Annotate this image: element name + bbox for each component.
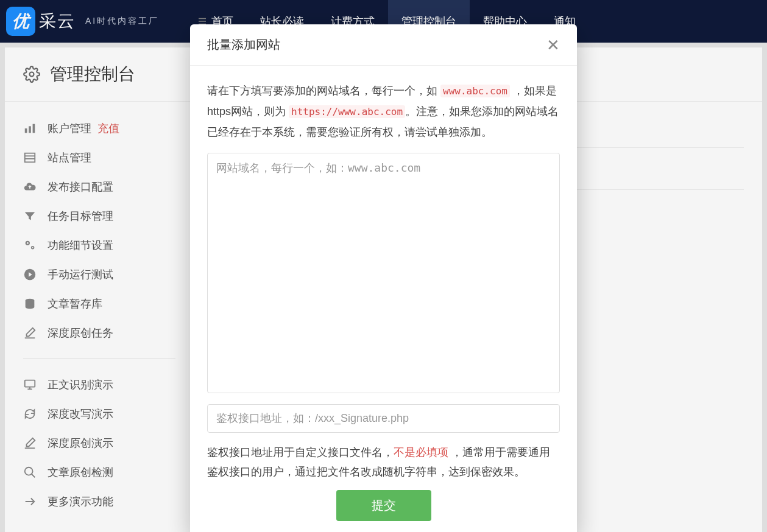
- note-optional: 不是必填项: [394, 446, 448, 458]
- auth-note: 鉴权接口地址用于自定义接口文件名，不是必填项 ，通常用于需要通用鉴权接口的用户，…: [207, 443, 560, 482]
- submit-button[interactable]: 提交: [336, 490, 431, 521]
- code-example-1: www.abc.com: [440, 85, 510, 97]
- auth-url-input[interactable]: [207, 404, 560, 433]
- domains-textarea[interactable]: [207, 153, 560, 393]
- batch-add-modal: 批量添加网站 ✕ 请在下方填写要添加的网站域名，每行一个，如 www.abc.c…: [190, 24, 577, 532]
- modal-header: 批量添加网站 ✕: [190, 24, 577, 66]
- modal-overlay: 批量添加网站 ✕ 请在下方填写要添加的网站域名，每行一个，如 www.abc.c…: [0, 0, 767, 532]
- modal-body: 请在下方填写要添加的网站域名，每行一个，如 www.abc.com ，如果是ht…: [190, 66, 577, 532]
- inst-text-1: 请在下方填写要添加的网站域名，每行一个，如: [207, 85, 440, 97]
- close-icon[interactable]: ✕: [546, 37, 560, 53]
- modal-title: 批量添加网站: [207, 37, 280, 53]
- code-example-2: https://www.abc.com: [289, 105, 405, 118]
- note-text-1: 鉴权接口地址用于自定义接口文件名，: [207, 446, 394, 458]
- modal-instructions: 请在下方填写要添加的网站域名，每行一个，如 www.abc.com ，如果是ht…: [207, 80, 560, 143]
